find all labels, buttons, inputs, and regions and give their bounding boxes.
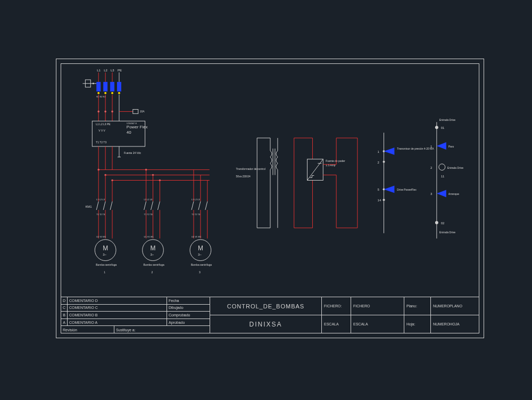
title-block: D COMENTARIO D Fecha C COMENTARIO C Dibu… [61,297,479,333]
svg-text:3: 3 [199,271,201,274]
svg-line-51 [110,201,112,210]
svg-text:T1 T2 T3: T1 T2 T3 [96,213,105,216]
svg-text:L1  L2  L3  PE: L1 L2 L3 PE [96,123,111,126]
svg-text:Entrada Drive: Entrada Drive [447,167,464,169]
svg-text:3~: 3~ [151,253,154,256]
svg-text:T1  T2  T3: T1 T2 T3 [96,141,106,144]
svg-line-49 [96,201,98,210]
svg-text:3~: 3~ [103,253,106,256]
svg-text:2: 2 [430,166,432,169]
svg-marker-137 [384,185,395,193]
control-switches: 1 2 5 14 Transmisor de presión 4-20 MA D… [378,133,435,233]
svg-text:01: 01 [441,126,445,129]
phase-l1: L1 [97,69,101,72]
drawing-inner-frame: L1 L2 L3 PE [61,63,479,333]
svg-point-21 [97,111,99,113]
svg-rect-10 [110,82,114,92]
svg-text:14: 14 [378,199,381,202]
svg-text:L1 L2 L3: L1 L2 L3 [144,198,153,201]
svg-point-12 [97,92,99,94]
svg-line-70 [151,201,153,210]
svg-text:U1 V1 W1: U1 V1 W1 [144,235,154,238]
svg-text:02: 02 [441,222,445,225]
svg-text:Entrada Drive: Entrada Drive [439,231,456,234]
svg-text:Transformador de control: Transformador de control [236,168,265,170]
svg-text:Arranque: Arranque [448,193,460,195]
svg-text:1: 1 [104,271,105,274]
motor-bus [98,170,210,181]
svg-text:U1 V1 W1: U1 V1 W1 [192,235,202,238]
drawing-outer-frame: L1 L2 L3 PE [56,59,484,338]
drawing-title: CONTROL_DE_BOMBAS [210,297,321,315]
phase-pe: PE [118,69,122,72]
branch-2: L1 L2 L3 T1 T2 T3 U1 V1 W1 M 3~ Bomba ce… [143,169,164,274]
svg-point-154 [435,221,438,224]
svg-point-142 [435,126,438,129]
svg-line-116 [307,159,323,181]
svg-text:L1 L2 L3: L1 L2 L3 [96,198,105,201]
svg-point-15 [118,92,120,94]
vfd-drive: L1 L2 L3 PE V V V T1 T2 T3 Power Flex 40… [92,121,147,169]
svg-rect-9 [103,82,107,92]
svg-text:10A: 10A [140,110,145,113]
psu-loop: Fuente de poder 1.5 Amp [294,138,358,228]
svg-marker-152 [437,190,446,197]
main-breaker: N1 N2 N3 [96,82,121,98]
svg-text:11: 11 [441,175,445,178]
svg-point-148 [439,164,445,170]
title-right: FICHERO: FICHERO Plano: NUMEROPLANO ESCA… [322,297,479,333]
drive-name: Power Flex [127,125,148,129]
terminal-strip: Entrada Drive 01 1 Paro 2 11 Entrada Dri… [430,119,463,238]
svg-text:M: M [198,244,203,252]
svg-rect-25 [133,109,138,113]
svg-line-88 [205,201,207,210]
control-transformer: Transformador de control 50va 230/24 [236,138,277,228]
svg-text:3~: 3~ [198,253,202,256]
svg-text:Bomba centrífuga: Bomba centrífuga [96,264,117,266]
svg-rect-11 [117,82,121,92]
revision-table: D COMENTARIO D Fecha C COMENTARIO C Dibu… [61,297,210,333]
svg-text:M: M [151,244,156,252]
company-name: DINIXSA [210,315,321,333]
branch-1: KM1 L1 L2 L3 T1 T2 T3 U1 V1 W1 M 3~ Bomb… [85,169,117,274]
svg-point-133 [383,161,385,163]
svg-marker-136 [384,148,395,155]
svg-text:2: 2 [152,271,153,274]
svg-line-87 [198,201,201,210]
phase-l2: L2 [104,69,107,72]
svg-point-13 [104,92,106,94]
phase-l3: L3 [111,69,114,72]
svg-line-71 [157,201,160,210]
svg-text:Fuente de poder: Fuente de poder [326,160,345,162]
drive-model: 40 [127,130,131,135]
svg-text:Drive PowerFlex: Drive PowerFlex [397,189,417,191]
power-input: L1 L2 L3 PE [82,69,122,121]
svg-line-50 [103,201,105,210]
svg-point-135 [383,199,385,201]
svg-text:Entrada Drive: Entrada Drive [439,119,456,121]
svg-text:2: 2 [378,161,379,164]
svg-text:T1 T2 T3: T1 T2 T3 [144,213,153,216]
svg-text:1234567 8: 1234567 8 [127,122,137,125]
svg-rect-8 [96,82,101,92]
svg-text:Bomba centrífuga: Bomba centrífuga [191,264,212,266]
svg-text:L1 L2 L3: L1 L2 L3 [192,198,200,201]
svg-text:1: 1 [378,150,380,153]
svg-text:Paro: Paro [448,145,454,148]
branch-3: L1 L2 L3 T1 T2 T3 U1 V1 W1 M 3~ Bomba ce… [190,170,212,274]
svg-line-86 [192,201,194,210]
title-center: CONTROL_DE_BOMBAS DINIXSA [210,297,322,333]
schematic-canvas: L1 L2 L3 PE [61,64,479,297]
svg-text:N1 N2 N3: N1 N2 N3 [96,95,106,98]
svg-line-69 [144,201,146,210]
svg-text:Fuente 24 Vdc: Fuente 24 Vdc [124,152,142,154]
svg-text:5: 5 [378,188,380,191]
fuse-10a: 10A [119,109,145,113]
svg-text:V   V   V: V V V [98,129,105,132]
svg-text:3: 3 [430,192,433,195]
svg-text:KM1: KM1 [85,205,92,208]
svg-point-22 [104,111,106,113]
svg-point-14 [111,92,113,94]
svg-text:U1 V1 W1: U1 V1 W1 [96,235,106,238]
svg-text:Bomba centrífuga: Bomba centrífuga [144,264,164,266]
